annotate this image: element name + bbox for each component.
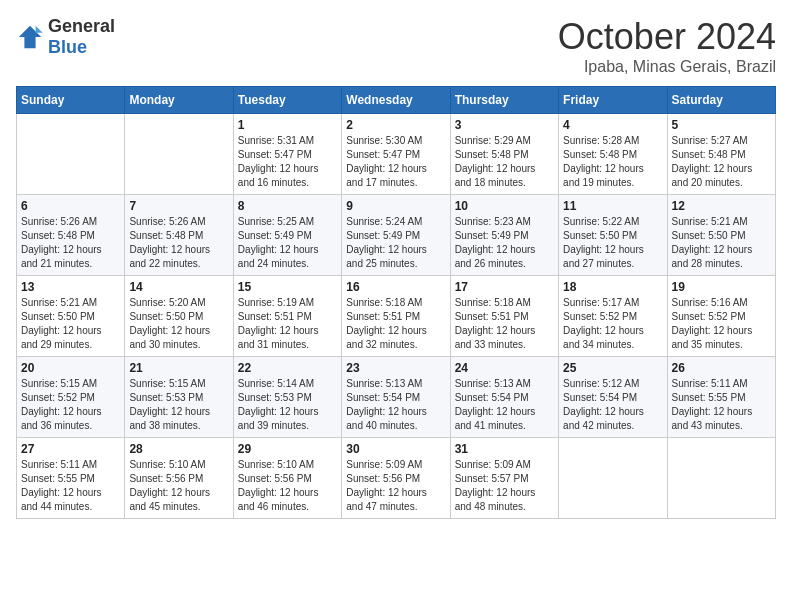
- day-number: 31: [455, 442, 554, 456]
- calendar-table: SundayMondayTuesdayWednesdayThursdayFrid…: [16, 86, 776, 519]
- calendar-cell: 19Sunrise: 5:16 AMSunset: 5:52 PMDayligh…: [667, 276, 775, 357]
- weekday-header-wednesday: Wednesday: [342, 87, 450, 114]
- day-info: Sunrise: 5:10 AMSunset: 5:56 PMDaylight:…: [238, 458, 337, 514]
- day-info: Sunrise: 5:25 AMSunset: 5:49 PMDaylight:…: [238, 215, 337, 271]
- week-row-2: 6Sunrise: 5:26 AMSunset: 5:48 PMDaylight…: [17, 195, 776, 276]
- calendar-cell: [125, 114, 233, 195]
- calendar-cell: 1Sunrise: 5:31 AMSunset: 5:47 PMDaylight…: [233, 114, 341, 195]
- day-info: Sunrise: 5:15 AMSunset: 5:52 PMDaylight:…: [21, 377, 120, 433]
- calendar-cell: 25Sunrise: 5:12 AMSunset: 5:54 PMDayligh…: [559, 357, 667, 438]
- day-info: Sunrise: 5:13 AMSunset: 5:54 PMDaylight:…: [455, 377, 554, 433]
- calendar-cell: 12Sunrise: 5:21 AMSunset: 5:50 PMDayligh…: [667, 195, 775, 276]
- day-number: 1: [238, 118, 337, 132]
- calendar-cell: [17, 114, 125, 195]
- week-row-5: 27Sunrise: 5:11 AMSunset: 5:55 PMDayligh…: [17, 438, 776, 519]
- weekday-header-sunday: Sunday: [17, 87, 125, 114]
- day-info: Sunrise: 5:09 AMSunset: 5:56 PMDaylight:…: [346, 458, 445, 514]
- day-info: Sunrise: 5:22 AMSunset: 5:50 PMDaylight:…: [563, 215, 662, 271]
- logo-icon: [16, 23, 44, 51]
- calendar-cell: 4Sunrise: 5:28 AMSunset: 5:48 PMDaylight…: [559, 114, 667, 195]
- weekday-header-tuesday: Tuesday: [233, 87, 341, 114]
- calendar-cell: 27Sunrise: 5:11 AMSunset: 5:55 PMDayligh…: [17, 438, 125, 519]
- day-info: Sunrise: 5:18 AMSunset: 5:51 PMDaylight:…: [346, 296, 445, 352]
- week-row-4: 20Sunrise: 5:15 AMSunset: 5:52 PMDayligh…: [17, 357, 776, 438]
- day-info: Sunrise: 5:27 AMSunset: 5:48 PMDaylight:…: [672, 134, 771, 190]
- calendar-cell: 14Sunrise: 5:20 AMSunset: 5:50 PMDayligh…: [125, 276, 233, 357]
- day-info: Sunrise: 5:31 AMSunset: 5:47 PMDaylight:…: [238, 134, 337, 190]
- weekday-header-thursday: Thursday: [450, 87, 558, 114]
- day-number: 30: [346, 442, 445, 456]
- logo-text-blue: Blue: [48, 37, 87, 57]
- day-number: 10: [455, 199, 554, 213]
- calendar-cell: 11Sunrise: 5:22 AMSunset: 5:50 PMDayligh…: [559, 195, 667, 276]
- day-info: Sunrise: 5:21 AMSunset: 5:50 PMDaylight:…: [21, 296, 120, 352]
- svg-marker-1: [36, 26, 43, 33]
- day-info: Sunrise: 5:13 AMSunset: 5:54 PMDaylight:…: [346, 377, 445, 433]
- day-number: 21: [129, 361, 228, 375]
- day-number: 2: [346, 118, 445, 132]
- calendar-cell: 8Sunrise: 5:25 AMSunset: 5:49 PMDaylight…: [233, 195, 341, 276]
- day-number: 3: [455, 118, 554, 132]
- day-number: 20: [21, 361, 120, 375]
- logo-text-general: General: [48, 16, 115, 36]
- day-info: Sunrise: 5:30 AMSunset: 5:47 PMDaylight:…: [346, 134, 445, 190]
- calendar-cell: 9Sunrise: 5:24 AMSunset: 5:49 PMDaylight…: [342, 195, 450, 276]
- day-info: Sunrise: 5:21 AMSunset: 5:50 PMDaylight:…: [672, 215, 771, 271]
- day-number: 7: [129, 199, 228, 213]
- calendar-cell: [559, 438, 667, 519]
- day-info: Sunrise: 5:11 AMSunset: 5:55 PMDaylight:…: [21, 458, 120, 514]
- calendar-cell: 5Sunrise: 5:27 AMSunset: 5:48 PMDaylight…: [667, 114, 775, 195]
- day-info: Sunrise: 5:26 AMSunset: 5:48 PMDaylight:…: [21, 215, 120, 271]
- calendar-cell: 7Sunrise: 5:26 AMSunset: 5:48 PMDaylight…: [125, 195, 233, 276]
- day-number: 4: [563, 118, 662, 132]
- day-number: 18: [563, 280, 662, 294]
- calendar-cell: [667, 438, 775, 519]
- day-number: 27: [21, 442, 120, 456]
- day-info: Sunrise: 5:14 AMSunset: 5:53 PMDaylight:…: [238, 377, 337, 433]
- calendar-cell: 29Sunrise: 5:10 AMSunset: 5:56 PMDayligh…: [233, 438, 341, 519]
- day-info: Sunrise: 5:10 AMSunset: 5:56 PMDaylight:…: [129, 458, 228, 514]
- day-info: Sunrise: 5:17 AMSunset: 5:52 PMDaylight:…: [563, 296, 662, 352]
- week-row-3: 13Sunrise: 5:21 AMSunset: 5:50 PMDayligh…: [17, 276, 776, 357]
- calendar-cell: 26Sunrise: 5:11 AMSunset: 5:55 PMDayligh…: [667, 357, 775, 438]
- calendar-cell: 10Sunrise: 5:23 AMSunset: 5:49 PMDayligh…: [450, 195, 558, 276]
- calendar-cell: 16Sunrise: 5:18 AMSunset: 5:51 PMDayligh…: [342, 276, 450, 357]
- day-info: Sunrise: 5:19 AMSunset: 5:51 PMDaylight:…: [238, 296, 337, 352]
- week-row-1: 1Sunrise: 5:31 AMSunset: 5:47 PMDaylight…: [17, 114, 776, 195]
- page-header: General Blue October 2024 Ipaba, Minas G…: [16, 16, 776, 76]
- day-info: Sunrise: 5:28 AMSunset: 5:48 PMDaylight:…: [563, 134, 662, 190]
- location-title: Ipaba, Minas Gerais, Brazil: [558, 58, 776, 76]
- day-number: 15: [238, 280, 337, 294]
- day-number: 25: [563, 361, 662, 375]
- calendar-cell: 2Sunrise: 5:30 AMSunset: 5:47 PMDaylight…: [342, 114, 450, 195]
- calendar-cell: 30Sunrise: 5:09 AMSunset: 5:56 PMDayligh…: [342, 438, 450, 519]
- month-title: October 2024: [558, 16, 776, 58]
- day-info: Sunrise: 5:16 AMSunset: 5:52 PMDaylight:…: [672, 296, 771, 352]
- day-number: 16: [346, 280, 445, 294]
- calendar-cell: 18Sunrise: 5:17 AMSunset: 5:52 PMDayligh…: [559, 276, 667, 357]
- weekday-header-row: SundayMondayTuesdayWednesdayThursdayFrid…: [17, 87, 776, 114]
- day-number: 5: [672, 118, 771, 132]
- day-info: Sunrise: 5:18 AMSunset: 5:51 PMDaylight:…: [455, 296, 554, 352]
- day-number: 23: [346, 361, 445, 375]
- calendar-cell: 6Sunrise: 5:26 AMSunset: 5:48 PMDaylight…: [17, 195, 125, 276]
- title-area: October 2024 Ipaba, Minas Gerais, Brazil: [558, 16, 776, 76]
- calendar-cell: 20Sunrise: 5:15 AMSunset: 5:52 PMDayligh…: [17, 357, 125, 438]
- weekday-header-saturday: Saturday: [667, 87, 775, 114]
- day-info: Sunrise: 5:15 AMSunset: 5:53 PMDaylight:…: [129, 377, 228, 433]
- calendar-cell: 23Sunrise: 5:13 AMSunset: 5:54 PMDayligh…: [342, 357, 450, 438]
- day-number: 28: [129, 442, 228, 456]
- calendar-cell: 15Sunrise: 5:19 AMSunset: 5:51 PMDayligh…: [233, 276, 341, 357]
- day-info: Sunrise: 5:12 AMSunset: 5:54 PMDaylight:…: [563, 377, 662, 433]
- calendar-cell: 31Sunrise: 5:09 AMSunset: 5:57 PMDayligh…: [450, 438, 558, 519]
- day-number: 14: [129, 280, 228, 294]
- day-number: 29: [238, 442, 337, 456]
- day-info: Sunrise: 5:29 AMSunset: 5:48 PMDaylight:…: [455, 134, 554, 190]
- day-number: 13: [21, 280, 120, 294]
- calendar-cell: 28Sunrise: 5:10 AMSunset: 5:56 PMDayligh…: [125, 438, 233, 519]
- day-number: 9: [346, 199, 445, 213]
- calendar-cell: 21Sunrise: 5:15 AMSunset: 5:53 PMDayligh…: [125, 357, 233, 438]
- day-info: Sunrise: 5:24 AMSunset: 5:49 PMDaylight:…: [346, 215, 445, 271]
- day-number: 12: [672, 199, 771, 213]
- day-number: 24: [455, 361, 554, 375]
